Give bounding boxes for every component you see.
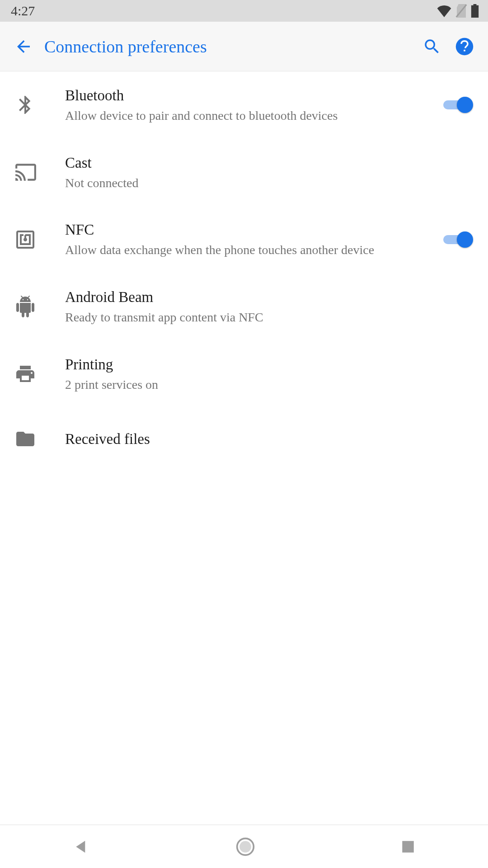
- setting-nfc[interactable]: NFC Allow data exchange when the phone t…: [0, 206, 488, 273]
- nav-back-button[interactable]: [72, 838, 90, 856]
- print-icon: [13, 363, 65, 385]
- nfc-icon: [13, 229, 65, 250]
- setting-bluetooth[interactable]: Bluetooth Allow device to pair and conne…: [0, 71, 488, 139]
- app-bar: Connection preferences: [0, 22, 488, 71]
- setting-sub: 2 print services on: [65, 376, 466, 393]
- settings-list: Bluetooth Allow device to pair and conne…: [0, 71, 488, 471]
- svg-rect-6: [402, 841, 414, 853]
- setting-title: NFC: [65, 220, 430, 240]
- nav-home-button[interactable]: [235, 837, 255, 857]
- setting-title: Received files: [65, 429, 466, 449]
- setting-sub: Ready to transmit app content via NFC: [65, 309, 466, 326]
- nfc-toggle[interactable]: [443, 231, 471, 249]
- bluetooth-toggle[interactable]: [443, 96, 471, 114]
- setting-sub: Not connected: [65, 175, 466, 192]
- battery-icon: [471, 4, 479, 18]
- setting-received-files[interactable]: Received files: [0, 407, 488, 471]
- wifi-icon: [436, 5, 452, 17]
- svg-rect-1: [471, 5, 479, 18]
- setting-sub: Allow device to pair and connect to blue…: [65, 107, 430, 124]
- back-button[interactable]: [7, 37, 40, 56]
- nav-recents-button[interactable]: [400, 839, 416, 854]
- folder-icon: [13, 428, 65, 450]
- search-button[interactable]: [416, 37, 448, 56]
- page-title: Connection preferences: [40, 37, 416, 57]
- setting-android-beam[interactable]: Android Beam Ready to transmit app conte…: [0, 273, 488, 340]
- nav-bar: [0, 825, 488, 868]
- cast-icon: [13, 161, 65, 184]
- status-time: 4:27: [11, 3, 35, 19]
- setting-title: Printing: [65, 355, 466, 374]
- svg-point-5: [239, 841, 251, 853]
- status-icons: [436, 4, 479, 18]
- setting-title: Bluetooth: [65, 86, 430, 105]
- setting-title: Cast: [65, 153, 466, 173]
- android-icon: [13, 296, 65, 317]
- setting-sub: Allow data exchange when the phone touch…: [65, 241, 430, 259]
- setting-title: Android Beam: [65, 288, 466, 307]
- setting-cast[interactable]: Cast Not connected: [0, 139, 488, 206]
- status-bar: 4:27: [0, 0, 488, 22]
- svg-rect-2: [474, 4, 477, 6]
- bluetooth-icon: [13, 94, 65, 116]
- help-button[interactable]: [448, 37, 481, 56]
- setting-printing[interactable]: Printing 2 print services on: [0, 340, 488, 408]
